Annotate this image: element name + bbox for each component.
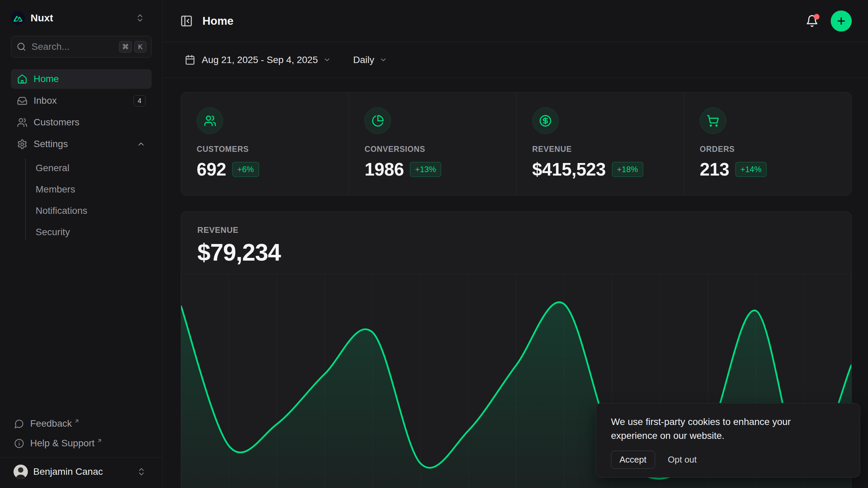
- help-support-link[interactable]: Help & Support: [11, 433, 152, 453]
- stats-summary-card: CUSTOMERS 692 +6% CONVERSIONS 1986 +13%: [181, 92, 852, 196]
- sidebar-item-notifications[interactable]: Notifications: [36, 200, 152, 221]
- revenue-chart-header: REVENUE $79,234: [181, 212, 851, 266]
- opt-out-button[interactable]: Opt out: [668, 454, 697, 465]
- avatar: [14, 465, 28, 479]
- collapse-sidebar-icon[interactable]: [180, 15, 193, 27]
- stat-delta-badge: +14%: [735, 162, 767, 177]
- stat-customers[interactable]: CUSTOMERS 692 +6%: [181, 93, 349, 195]
- pie-chart-icon: [364, 107, 391, 134]
- stat-label: CONVERSIONS: [364, 145, 500, 154]
- dollar-circle-icon: [532, 107, 559, 134]
- page-title: Home: [202, 15, 234, 27]
- external-link-icon: [97, 438, 102, 444]
- chevrons-up-down-icon: [135, 13, 145, 23]
- settings-subnav: General Members Notifications Security: [11, 157, 152, 243]
- notification-dot: [814, 14, 820, 20]
- calendar-icon: [185, 55, 195, 65]
- cookie-banner: We use first-party cookies to enhance yo…: [596, 403, 860, 477]
- stat-revenue[interactable]: REVENUE $415,523 +18%: [516, 93, 684, 195]
- inbox-icon: [17, 96, 27, 106]
- sidebar-item-label: Customers: [34, 117, 79, 128]
- search-input[interactable]: [32, 41, 117, 52]
- sidebar-item-members[interactable]: Members: [36, 179, 152, 200]
- sidebar-item-security[interactable]: Security: [36, 221, 152, 243]
- stat-value: 692: [197, 159, 226, 180]
- workspace-switcher[interactable]: Nuxt: [11, 10, 152, 26]
- users-icon: [197, 107, 223, 134]
- workspace-name: Nuxt: [31, 12, 135, 24]
- info-circle-icon: [14, 439, 24, 448]
- sidebar-divider: [0, 457, 162, 458]
- header-actions: [806, 11, 852, 32]
- stat-label: CUSTOMERS: [197, 145, 333, 154]
- stat-label: ORDERS: [700, 145, 836, 154]
- sidebar-footer: Feedback Help & Support Benjamin: [0, 414, 162, 488]
- help-support-label: Help & Support: [30, 438, 95, 449]
- granularity-value: Daily: [353, 55, 374, 65]
- stat-delta-badge: +6%: [232, 162, 259, 177]
- sidebar-nav: Home Inbox 4 Customers Settings: [0, 69, 162, 243]
- revenue-chart-label: REVENUE: [197, 225, 835, 235]
- date-range-picker[interactable]: Aug 21, 2025 - Sep 4, 2025: [185, 55, 331, 65]
- subnav-guide-line: [25, 159, 26, 241]
- feedback-label: Feedback: [30, 418, 72, 429]
- add-button[interactable]: [831, 11, 852, 32]
- chevron-down-icon: [379, 56, 387, 64]
- search-icon: [17, 42, 26, 52]
- stat-conversions[interactable]: CONVERSIONS 1986 +13%: [349, 93, 516, 195]
- filters-toolbar: Aug 21, 2025 - Sep 4, 2025 Daily: [163, 42, 868, 78]
- cookie-actions: Accept Opt out: [611, 451, 845, 469]
- kbd-cmd: ⌘: [119, 41, 132, 53]
- cart-icon: [700, 107, 726, 134]
- granularity-select[interactable]: Daily: [353, 55, 387, 65]
- sidebar-item-label: Home: [34, 74, 59, 84]
- kbd-k: K: [134, 41, 146, 53]
- chevron-up-icon: [137, 140, 145, 148]
- sidebar-item-label: Inbox: [34, 95, 57, 106]
- stat-delta-badge: +13%: [410, 162, 441, 177]
- chevrons-up-down-icon: [137, 467, 146, 476]
- stat-label: REVENUE: [532, 145, 668, 154]
- sidebar: Nuxt ⌘ K Home Inb: [0, 0, 163, 488]
- stat-value: 213: [700, 159, 729, 180]
- date-range-value: Aug 21, 2025 - Sep 4, 2025: [202, 55, 318, 65]
- sidebar-item-home[interactable]: Home: [11, 69, 152, 89]
- users-icon: [17, 117, 27, 128]
- app-root: Nuxt ⌘ K Home Inb: [0, 0, 868, 488]
- nuxt-logo-icon: [11, 11, 25, 25]
- page-header: Home: [163, 0, 868, 42]
- chevron-down-icon: [323, 56, 331, 64]
- plus-icon: [836, 16, 847, 26]
- cookie-message: We use first-party cookies to enhance yo…: [611, 415, 825, 443]
- home-icon: [17, 74, 27, 84]
- sidebar-item-general[interactable]: General: [36, 157, 152, 179]
- sidebar-item-label: Settings: [34, 139, 68, 149]
- sidebar-item-customers[interactable]: Customers: [11, 113, 152, 132]
- notifications-button[interactable]: [806, 15, 818, 27]
- user-menu[interactable]: Benjamin Canac: [11, 461, 152, 483]
- sidebar-item-inbox[interactable]: Inbox 4: [11, 91, 152, 110]
- accept-button[interactable]: Accept: [611, 451, 655, 469]
- stat-orders[interactable]: ORDERS 213 +14%: [684, 93, 851, 195]
- stat-value: 1986: [364, 159, 404, 180]
- sidebar-item-settings[interactable]: Settings: [11, 134, 152, 154]
- search-box[interactable]: ⌘ K: [11, 36, 152, 58]
- user-name: Benjamin Canac: [33, 466, 137, 477]
- gear-icon: [17, 139, 27, 149]
- revenue-chart-value: $79,234: [197, 239, 835, 266]
- chat-bubble-icon: [14, 419, 24, 429]
- feedback-link[interactable]: Feedback: [11, 414, 152, 433]
- external-link-icon: [74, 418, 80, 424]
- stat-delta-badge: +18%: [612, 162, 643, 177]
- stat-value: $415,523: [532, 159, 606, 180]
- inbox-count-badge: 4: [134, 95, 145, 106]
